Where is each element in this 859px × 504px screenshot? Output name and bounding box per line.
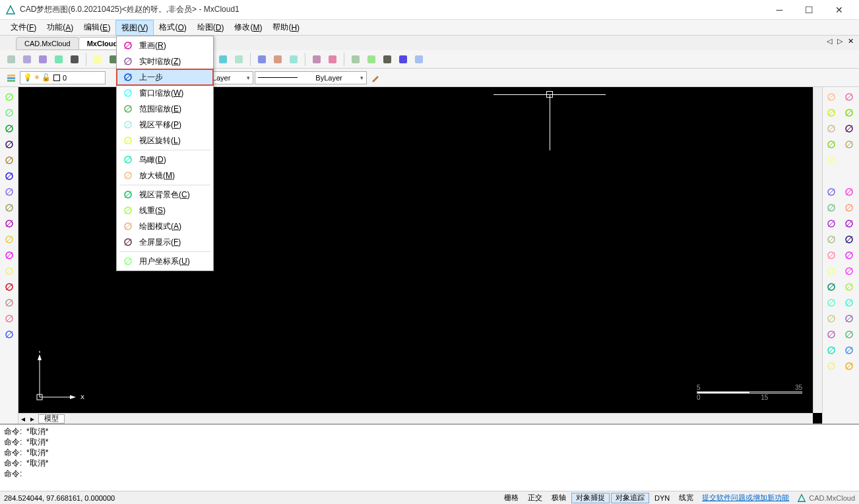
zoomin-icon[interactable] (90, 52, 105, 67)
arc-icon[interactable] (2, 169, 16, 183)
diameter-icon[interactable] (842, 327, 856, 342)
save-icon[interactable] (51, 52, 66, 67)
menu-item-bgcolor-icon[interactable]: 视区背景色(C) (117, 187, 213, 203)
menu-item-lineweight-icon[interactable]: 线重(S) (117, 203, 213, 218)
fillet-icon[interactable] (824, 248, 839, 263)
settings-icon[interactable] (824, 311, 839, 326)
brush-icon[interactable] (368, 71, 383, 85)
point-icon[interactable] (2, 248, 16, 263)
copyclip-icon[interactable] (824, 106, 839, 120)
trim-icon[interactable] (824, 232, 839, 247)
maximize-button[interactable]: ☐ (794, 1, 824, 19)
layers-icon[interactable] (842, 185, 856, 199)
scroll-left-button[interactable]: ◂ (18, 414, 28, 424)
area-icon[interactable] (842, 359, 856, 373)
mag-icon[interactable] (255, 52, 269, 67)
status-toggle-正交[interactable]: 正交 (524, 493, 546, 503)
doc-tab[interactable]: CAD.MxCloud (16, 37, 79, 50)
hatch-icon[interactable] (2, 264, 16, 278)
duplicate-icon[interactable] (824, 280, 839, 294)
menu-e[interactable]: 编辑(E) (79, 20, 115, 35)
minimize-button[interactable]: ─ (765, 1, 794, 19)
color-icon[interactable] (232, 52, 246, 67)
menu-m[interactable]: 修改(M) (229, 20, 267, 35)
blocks-icon[interactable] (2, 296, 16, 310)
openf-icon[interactable] (36, 52, 50, 67)
new-icon[interactable] (4, 52, 18, 67)
menu-item-zoom-previous-icon[interactable]: 上一步 (117, 69, 213, 85)
command-log[interactable]: 命令: *取消*命令: *取消*命令: *取消*命令: *取消*命令: (0, 424, 859, 491)
status-toggle-对象捕捉[interactable]: 对象捕捉 (571, 493, 610, 503)
lineweight-combo[interactable]: ByLayer ▾ (255, 71, 367, 84)
saveas-icon[interactable] (67, 52, 82, 67)
scroll-right-button[interactable]: ▸ (28, 414, 37, 424)
dim-icon[interactable] (842, 201, 856, 215)
menu-f[interactable]: 文件(F) (5, 20, 42, 35)
mirror-icon[interactable] (824, 216, 839, 231)
menu-item-aerial-icon[interactable]: 鸟瞰(D) (117, 152, 213, 168)
sel-icon[interactable] (270, 52, 285, 67)
menu-a[interactable]: 功能(A) (42, 20, 79, 35)
bracket2-icon[interactable] (842, 296, 856, 310)
menu-item-zoom-extents-icon[interactable]: 范围缩放(E) (117, 101, 213, 117)
tab-close-button[interactable]: ✕ (846, 37, 855, 46)
pdf-icon[interactable] (396, 52, 410, 67)
status-toggle-DYN[interactable]: DYN (651, 493, 674, 503)
vertical-scrollbar[interactable] (813, 87, 822, 413)
find-icon[interactable] (348, 52, 363, 67)
ellipse-arc-icon[interactable] (2, 232, 16, 247)
trim2-icon[interactable] (842, 232, 856, 247)
tab-next-button[interactable]: ▷ (835, 37, 844, 46)
close-button[interactable]: ✕ (824, 1, 854, 19)
arc-icon[interactable] (309, 52, 324, 67)
bracket-icon[interactable] (824, 296, 839, 310)
menu-v[interactable]: 视图(V) (115, 20, 154, 35)
paste-icon[interactable] (824, 121, 839, 136)
rectangle-icon[interactable] (2, 153, 16, 168)
revcloud-icon[interactable] (2, 201, 16, 215)
radius-icon[interactable] (824, 327, 839, 342)
open-icon[interactable] (20, 52, 34, 67)
menu-o[interactable]: 格式(O) (154, 20, 191, 35)
polygon-icon[interactable] (2, 137, 16, 152)
menu-item-pan-icon[interactable]: 视区平移(P) (117, 117, 213, 133)
feedback-link[interactable]: 提交软件问题或增加新功能 (702, 493, 789, 503)
menu-item-drawmode-icon[interactable]: 绘图模式(A) (117, 218, 213, 234)
menu-h[interactable]: 帮助(H) (267, 20, 305, 35)
star-icon[interactable] (824, 264, 839, 278)
menu-item-ucs-icon[interactable]: 用户坐标系(U) (117, 253, 213, 269)
hatch-icon[interactable] (216, 52, 230, 67)
text-icon[interactable] (2, 280, 16, 294)
tab-prev-button[interactable]: ◁ (825, 37, 834, 46)
match-icon[interactable] (842, 90, 856, 104)
globe-icon[interactable] (364, 52, 379, 67)
status-toggle-线宽[interactable]: 线宽 (675, 493, 697, 503)
props-icon[interactable] (824, 185, 839, 199)
leader-icon[interactable] (842, 343, 856, 358)
menu-item-magnifier-icon[interactable]: 放大镜(M) (117, 168, 213, 183)
copy-icon[interactable] (824, 90, 839, 104)
line-icon[interactable] (2, 90, 16, 104)
chart-icon[interactable] (380, 52, 395, 67)
sync-icon[interactable] (842, 106, 856, 120)
add-icon[interactable] (842, 121, 856, 136)
mirror2-icon[interactable] (842, 216, 856, 231)
menu-item-redraw-icon[interactable]: 重画(R) (117, 38, 213, 53)
stack-icon[interactable] (842, 280, 856, 294)
hatch-icon[interactable] (824, 359, 839, 373)
mtext-icon[interactable] (2, 311, 16, 326)
angle-icon[interactable] (824, 343, 839, 358)
print-icon[interactable] (412, 52, 426, 67)
status-toggle-极轴[interactable]: 极轴 (548, 493, 570, 503)
undo-icon[interactable] (842, 137, 856, 152)
img-icon[interactable] (286, 52, 301, 67)
model-tab[interactable]: 模型 (38, 414, 65, 424)
menu-item-zoom-window-icon[interactable]: 窗口缩放(W) (117, 85, 213, 101)
menu-item-zoom-realtime-icon[interactable]: 实时缩放(Z) (117, 53, 213, 69)
toolset-icon[interactable] (824, 153, 839, 168)
grid-icon[interactable] (824, 201, 839, 215)
menu-item-fullscreen-icon[interactable]: 全屏显示(F) (117, 234, 213, 250)
table-icon[interactable] (2, 327, 16, 342)
status-toggle-对象追踪[interactable]: 对象追踪 (611, 493, 649, 503)
ellipse-icon[interactable] (2, 216, 16, 231)
